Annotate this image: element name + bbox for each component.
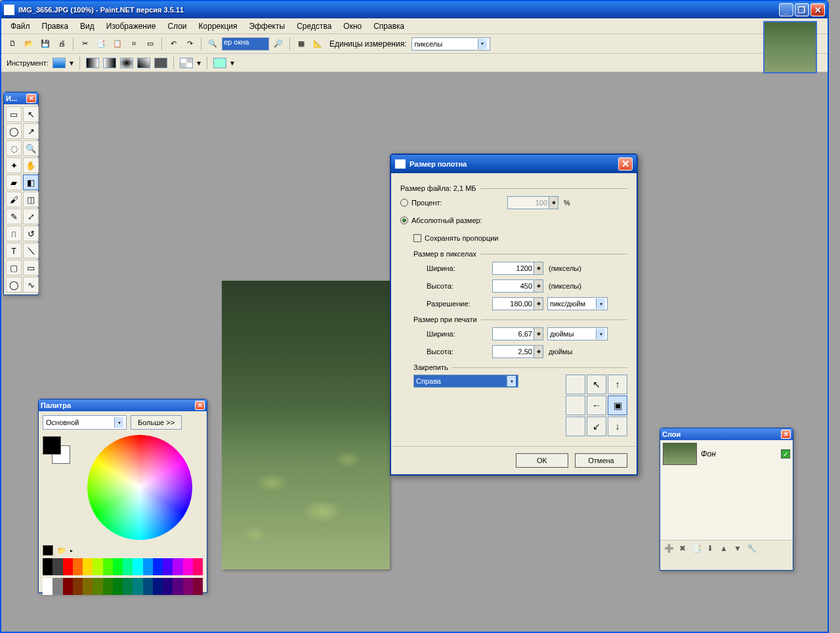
move-sel-tool[interactable]: ↖: [23, 106, 39, 122]
spinner-icon[interactable]: [534, 280, 543, 292]
close-button[interactable]: ✕: [810, 3, 825, 16]
more-button[interactable]: Больше >>: [131, 415, 182, 430]
canvas-image[interactable]: [222, 281, 390, 569]
clone-tool[interactable]: ⎍: [6, 226, 22, 241]
duplicate-layer-icon[interactable]: 📑: [690, 542, 702, 554]
minimize-button[interactable]: _: [779, 3, 793, 16]
save-icon[interactable]: [38, 37, 52, 51]
delete-layer-icon[interactable]: ✖: [677, 542, 688, 554]
zoom-tool[interactable]: 🔍: [23, 140, 39, 156]
resolution-unit-select[interactable]: пикс/дюйм▾: [547, 297, 608, 310]
gradient-reverse-icon[interactable]: [103, 58, 116, 68]
copy-icon[interactable]: [94, 37, 108, 51]
gradient-tool[interactable]: ◧: [23, 174, 39, 190]
height-px-input[interactable]: 450: [492, 279, 543, 293]
menu-image[interactable]: Изображение: [101, 20, 161, 33]
keep-aspect-checkbox[interactable]: [413, 234, 421, 242]
wand-tool[interactable]: ✦: [6, 157, 22, 173]
pencil-tool[interactable]: ✎: [6, 209, 22, 224]
layer-visible-checkbox[interactable]: ✓: [781, 449, 790, 459]
cut-icon[interactable]: [77, 37, 92, 51]
text-tool[interactable]: T: [6, 243, 22, 258]
palette-close-icon[interactable]: ✕: [195, 401, 205, 410]
gradient-radial-icon[interactable]: [120, 58, 133, 68]
color-swatches[interactable]: [43, 436, 74, 476]
deselect-icon[interactable]: [143, 37, 158, 51]
grid-icon[interactable]: [294, 37, 308, 51]
layers-panel[interactable]: Слои✕ Фон ✓ ➕ ✖ 📑 ⬇ ▲ ▼ 🔧: [660, 428, 793, 571]
height-print-input[interactable]: 2,50: [492, 345, 543, 358]
menu-help[interactable]: Справка: [368, 20, 410, 33]
layers-close-icon[interactable]: ✕: [781, 430, 791, 439]
crop-icon[interactable]: [127, 37, 141, 51]
gradient-linear-icon[interactable]: [86, 58, 99, 68]
spinner-icon[interactable]: [534, 298, 543, 310]
eraser-tool[interactable]: ◫: [23, 192, 39, 207]
bucket-tool[interactable]: ▰: [6, 174, 22, 190]
zoom-icon[interactable]: [205, 37, 220, 51]
layer-row[interactable]: Фон ✓: [662, 441, 791, 466]
width-print-input[interactable]: 6,67: [492, 327, 543, 340]
zoom-out-icon[interactable]: [271, 37, 285, 51]
color-mode-select[interactable]: Основной▾: [43, 415, 127, 430]
anchor-ne[interactable]: ↑: [608, 375, 627, 394]
gradient-solid-icon[interactable]: [154, 58, 167, 68]
ok-button[interactable]: OK: [516, 453, 568, 468]
black-swatch[interactable]: [43, 545, 53, 556]
rect-select-tool[interactable]: ▭: [6, 106, 22, 122]
menu-layers[interactable]: Слои: [162, 20, 192, 33]
rect-tool[interactable]: ▢: [6, 260, 22, 276]
pan-tool[interactable]: ✋: [23, 157, 39, 173]
line-tool[interactable]: ＼: [23, 243, 39, 258]
current-tool-icon[interactable]: [52, 58, 66, 68]
print-icon[interactable]: [54, 37, 69, 51]
color-wheel[interactable]: [87, 435, 192, 540]
move-up-icon[interactable]: ▲: [718, 542, 730, 554]
recolor-tool[interactable]: ↺: [23, 226, 39, 241]
tools-close-icon[interactable]: ✕: [26, 94, 36, 103]
menu-adjust[interactable]: Коррекция: [194, 20, 243, 33]
layer-props-icon[interactable]: 🔧: [746, 542, 757, 554]
paste-icon[interactable]: [110, 37, 125, 51]
units-select[interactable]: пикселы ▾: [411, 37, 490, 51]
canvas-size-dialog[interactable]: Размер полотна ✕ Размер файла: 2,1 МБ Пр…: [390, 153, 638, 476]
anchor-n[interactable]: ↖: [587, 375, 606, 394]
dialog-close-icon[interactable]: ✕: [618, 157, 633, 171]
palette-panel[interactable]: Палитра✕ Основной▾ Больше >> 📁 ▸: [38, 399, 207, 593]
percent-radio[interactable]: [400, 199, 408, 207]
anchor-w[interactable]: [566, 396, 585, 415]
anchor-select[interactable]: Справа▾: [413, 375, 518, 388]
anchor-c[interactable]: ←: [587, 396, 606, 415]
dialog-titlebar[interactable]: Размер полотна ✕: [391, 155, 637, 173]
ellipse-sel-tool[interactable]: ◌: [6, 140, 22, 156]
menu-view[interactable]: Вид: [75, 20, 100, 33]
anchor-se[interactable]: ↓: [608, 417, 627, 436]
menu-effects[interactable]: Эффекты: [244, 20, 291, 33]
spinner-icon[interactable]: [534, 262, 543, 274]
lasso-tool[interactable]: ◯: [6, 123, 22, 139]
curve-tool[interactable]: ∿: [23, 277, 39, 293]
add-palette-icon[interactable]: 📁: [57, 546, 66, 555]
merge-down-icon[interactable]: ⬇: [704, 542, 716, 554]
anchor-nw[interactable]: [566, 375, 585, 394]
titlebar[interactable]: IMG_3656.JPG (100%) - Paint.NET версия 3…: [1, 1, 828, 18]
preview-thumbnail[interactable]: [763, 21, 817, 73]
add-layer-icon[interactable]: ➕: [663, 542, 675, 554]
menu-edit[interactable]: Правка: [37, 20, 74, 33]
spinner-icon[interactable]: [534, 346, 543, 357]
palette-row-1[interactable]: [43, 558, 203, 575]
spinner-icon[interactable]: [534, 328, 543, 340]
palette-row-2[interactable]: [43, 578, 203, 595]
move-tool[interactable]: ↗: [23, 123, 39, 139]
transparency-icon[interactable]: [180, 58, 193, 68]
width-px-input[interactable]: 1200: [492, 262, 543, 275]
menu-tools[interactable]: Средства: [291, 20, 337, 33]
open-icon[interactable]: [22, 37, 36, 51]
gradient-diag-icon[interactable]: [137, 58, 150, 68]
blend-icon[interactable]: [213, 58, 226, 68]
move-down-icon[interactable]: ▼: [732, 542, 744, 554]
resolution-input[interactable]: 180,00: [492, 297, 543, 310]
anchor-e[interactable]: ▣: [608, 396, 627, 415]
primary-color[interactable]: [43, 436, 61, 455]
menu-window[interactable]: Окно: [338, 20, 367, 33]
